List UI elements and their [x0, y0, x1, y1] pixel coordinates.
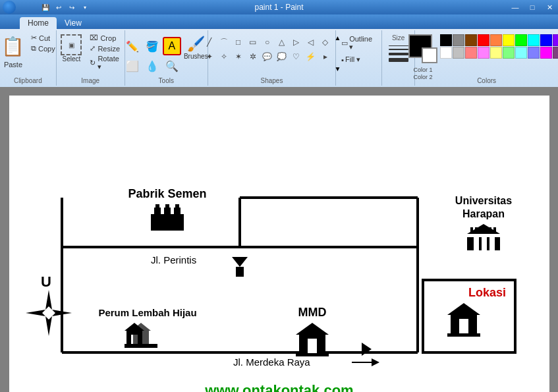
paint-canvas[interactable]: U Pabrik Semen Univers	[9, 96, 549, 393]
palette-color-8080ff[interactable]	[528, 47, 540, 59]
shape-diamond[interactable]: ◇	[319, 36, 332, 49]
minimize-btn[interactable]: —	[507, 0, 524, 14]
palette-color-0000ff[interactable]	[540, 34, 552, 46]
shape-scroll-right[interactable]: ▸	[319, 50, 332, 63]
size-line-3[interactable]	[389, 53, 408, 55]
size-line-2[interactable]	[389, 49, 408, 50]
svg-rect-34	[484, 227, 487, 234]
palette-color-000000[interactable]	[440, 34, 452, 46]
qa-dropdown-btn[interactable]: ▾	[79, 1, 91, 13]
crop-btn[interactable]: ⌧ Crop	[87, 33, 123, 43]
palette-color-80ffff[interactable]	[515, 47, 527, 59]
palette-color-888888[interactable]	[453, 34, 464, 46]
palette-color-ff8080[interactable]	[465, 47, 477, 59]
palette-color-8000ff[interactable]	[553, 34, 558, 46]
palette-color-ff00ff[interactable]	[540, 47, 552, 59]
cut-icon: ✂	[31, 34, 37, 42]
svg-rect-21	[155, 204, 159, 208]
shape-roundrect[interactable]: ▭	[246, 36, 260, 49]
palette-color-ffff00[interactable]	[503, 34, 515, 46]
map-svg: U Pabrik Semen Univers	[9, 96, 549, 393]
shape-curve[interactable]: ⌒	[217, 36, 231, 49]
fill-type-btn[interactable]: ▪ Fill ▾	[340, 55, 377, 65]
outline-btn[interactable]: ▭ Outline ▾	[340, 34, 377, 52]
shape-triangle[interactable]: △	[275, 36, 289, 49]
tab-home[interactable]: Home	[20, 17, 57, 29]
svg-rect-43	[133, 331, 149, 344]
size-lines	[386, 43, 411, 65]
crop-icon: ⌧	[90, 34, 98, 42]
shape-star3[interactable]: ✶	[232, 50, 245, 63]
colors-group: Color 1 Color 2 Colors	[415, 30, 558, 86]
size-line-1[interactable]	[389, 45, 408, 46]
shape-star6[interactable]: ✲	[246, 50, 260, 63]
cut-btn[interactable]: ✂ Cut	[29, 33, 57, 43]
shape-star4[interactable]: ✧	[217, 50, 231, 63]
redo-quick-btn[interactable]: ↪	[66, 1, 78, 13]
window-controls: — □ ✕	[507, 0, 558, 14]
app-icon	[3, 1, 16, 14]
resize-btn[interactable]: ⤢ Resize	[87, 43, 123, 53]
color1-label: Color 1	[414, 67, 433, 73]
resize-icon: ⤢	[90, 44, 96, 53]
svg-rect-23	[175, 204, 179, 208]
text-btn[interactable]: A	[163, 37, 181, 55]
svg-rect-32	[475, 227, 478, 234]
svg-rect-20	[174, 208, 181, 217]
palette-color-804080[interactable]	[553, 47, 558, 59]
rotate-label: Rotate ▾	[98, 55, 120, 71]
eraser-btn[interactable]: ⬜	[123, 57, 142, 75]
shape-rect[interactable]: □	[232, 36, 245, 49]
maximize-btn[interactable]: □	[524, 0, 541, 14]
size-line-4[interactable]	[389, 58, 408, 62]
svg-rect-9	[236, 267, 244, 277]
select-label: Select	[63, 55, 81, 63]
color-main-stack: Color 1 Color 2	[408, 34, 437, 80]
shape-lightning[interactable]: ⚡	[304, 50, 318, 63]
shape-callout2[interactable]: 💭	[275, 50, 289, 63]
svg-rect-29	[482, 237, 487, 250]
shapes-area: ╱ ⌒ □ ▭ ○ △ ▷ ◁ ◇ ✦ ✧ ✶ ✲ 💬 💭	[203, 34, 332, 75]
svg-text:Jl. Perintis: Jl. Perintis	[151, 254, 196, 266]
palette-color-ff80ff[interactable]	[478, 47, 489, 59]
svg-text:Perum Lembah Hijau: Perum Lembah Hijau	[98, 307, 196, 318]
palette-color-00ffff[interactable]	[528, 34, 540, 46]
undo-quick-btn[interactable]: ↩	[53, 1, 65, 13]
shape-arrow-right[interactable]: ▷	[290, 36, 303, 49]
rotate-btn[interactable]: ↻ Rotate ▾	[87, 54, 123, 72]
palette-color-ff8040[interactable]	[490, 34, 502, 46]
magnifier-btn[interactable]: 🔍	[163, 57, 181, 75]
shape-star5[interactable]: ✦	[203, 50, 216, 63]
shape-callout1[interactable]: 💬	[261, 50, 274, 63]
shape-ellipse[interactable]: ○	[261, 36, 274, 49]
palette-color-ffff80[interactable]	[490, 47, 502, 59]
svg-marker-46	[296, 323, 329, 335]
svg-rect-18	[154, 208, 161, 217]
color-picker-btn[interactable]: 💧	[143, 57, 161, 75]
shape-arrow-left[interactable]: ◁	[304, 36, 318, 49]
rotate-icon: ↻	[90, 59, 96, 67]
palette-color-00ff00[interactable]	[515, 34, 527, 46]
shapes-group: ╱ ⌒ □ ▭ ○ △ ▷ ◁ ◇ ✦ ✧ ✶ ✲ 💬 💭	[208, 30, 336, 86]
pencil-btn[interactable]: ✏️	[123, 37, 142, 55]
fill-btn[interactable]: 🪣	[143, 37, 161, 55]
select-btn[interactable]: ▣ Select	[58, 32, 84, 65]
close-btn[interactable]: ✕	[541, 0, 558, 14]
svg-rect-22	[165, 204, 169, 208]
palette-color-ffffff[interactable]	[440, 47, 452, 59]
image-label: Image	[81, 77, 99, 84]
shape-line[interactable]: ╱	[203, 36, 216, 49]
color2-swatch[interactable]	[422, 47, 437, 63]
svg-text:MMD: MMD	[298, 306, 326, 319]
save-quick-btn[interactable]: 💾	[40, 1, 51, 13]
shape-heart[interactable]: ♡	[290, 50, 303, 63]
svg-rect-19	[164, 208, 171, 217]
palette-color-804000[interactable]	[465, 34, 477, 46]
paste-btn[interactable]: 📋 Paste	[0, 30, 28, 70]
palette-color-ff0000[interactable]	[478, 34, 489, 46]
copy-btn[interactable]: ⧉ Copy	[29, 43, 57, 53]
tab-view[interactable]: View	[57, 17, 90, 29]
palette-color-80ff80[interactable]	[503, 47, 515, 59]
palette-color-c0c0c0[interactable]	[453, 47, 464, 59]
paste-icon: 📋	[1, 32, 25, 61]
